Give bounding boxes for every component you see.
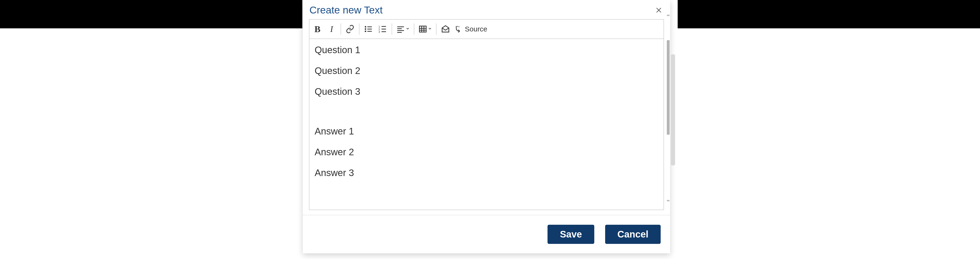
close-icon bbox=[655, 6, 663, 14]
align-dropdown[interactable] bbox=[395, 22, 412, 36]
source-button[interactable]: Source bbox=[453, 22, 490, 36]
editor-toolbar-wrap: B I bbox=[309, 19, 664, 39]
svg-rect-12 bbox=[397, 26, 404, 27]
editor-line: Answer 3 bbox=[315, 166, 658, 180]
svg-rect-14 bbox=[397, 30, 404, 31]
dialog-title: Create new Text bbox=[309, 4, 383, 16]
create-text-dialog: Create new Text B I bbox=[303, 0, 670, 253]
numbered-list-icon: 1 2 3 bbox=[378, 25, 387, 34]
link-button[interactable] bbox=[344, 22, 357, 36]
toolbar-separator bbox=[391, 23, 392, 35]
editor-line: Answer 1 bbox=[315, 124, 658, 138]
page-header-right bbox=[678, 0, 980, 28]
dialog-header: Create new Text bbox=[303, 0, 670, 19]
mail-button[interactable] bbox=[439, 22, 452, 36]
editor-line: Question 2 bbox=[315, 64, 658, 78]
svg-rect-3 bbox=[367, 29, 372, 29]
envelope-open-icon bbox=[441, 25, 450, 34]
svg-point-0 bbox=[365, 26, 366, 27]
editor-content[interactable]: Question 1 Question 2 Question 3 Answer … bbox=[309, 39, 664, 210]
editor-toolbar: B I bbox=[309, 19, 663, 39]
editor-line: Question 3 bbox=[315, 84, 658, 99]
svg-point-4 bbox=[365, 30, 366, 32]
italic-icon: I bbox=[330, 24, 333, 34]
toolbar-separator bbox=[414, 23, 414, 35]
toolbar-separator bbox=[340, 23, 341, 35]
editor-blank bbox=[315, 105, 658, 124]
numbered-list-button[interactable]: 1 2 3 bbox=[376, 22, 389, 36]
link-icon bbox=[345, 25, 355, 34]
save-button[interactable]: Save bbox=[547, 225, 594, 244]
svg-rect-1 bbox=[367, 26, 372, 27]
page-scrollbar-thumb[interactable] bbox=[671, 54, 675, 165]
svg-rect-13 bbox=[397, 28, 402, 29]
source-label: Source bbox=[465, 25, 487, 33]
svg-point-23 bbox=[458, 26, 460, 27]
bullet-list-button[interactable] bbox=[362, 22, 375, 36]
scroll-arrow-up-icon[interactable] bbox=[667, 14, 670, 16]
svg-text:3: 3 bbox=[379, 30, 380, 33]
close-button[interactable] bbox=[654, 5, 663, 15]
bullet-list-icon bbox=[364, 25, 373, 34]
source-icon bbox=[455, 25, 463, 33]
table-icon bbox=[418, 25, 427, 34]
svg-rect-5 bbox=[367, 31, 372, 32]
toolbar-separator bbox=[359, 23, 360, 35]
svg-rect-16 bbox=[420, 26, 426, 32]
italic-button[interactable]: I bbox=[325, 22, 338, 36]
svg-point-2 bbox=[365, 28, 366, 30]
align-left-icon bbox=[396, 25, 405, 34]
bold-button[interactable]: B bbox=[311, 22, 324, 36]
svg-rect-11 bbox=[382, 32, 386, 32]
svg-rect-15 bbox=[397, 32, 402, 33]
svg-point-21 bbox=[456, 26, 457, 27]
editor-line: Question 1 bbox=[315, 43, 658, 57]
chevron-down-icon bbox=[428, 26, 432, 32]
cancel-button[interactable]: Cancel bbox=[605, 225, 661, 244]
editor-line: Answer 2 bbox=[315, 145, 658, 159]
svg-point-22 bbox=[457, 26, 458, 27]
scrollbar-thumb[interactable] bbox=[667, 40, 670, 135]
bold-icon: B bbox=[314, 24, 320, 34]
chevron-down-icon bbox=[406, 26, 410, 32]
page-header-left bbox=[0, 0, 302, 28]
svg-rect-9 bbox=[382, 29, 386, 29]
svg-rect-7 bbox=[382, 26, 386, 27]
scroll-arrow-down-icon[interactable] bbox=[667, 200, 670, 201]
dialog-footer: Save Cancel bbox=[303, 215, 670, 253]
toolbar-separator bbox=[436, 23, 436, 35]
table-dropdown[interactable] bbox=[417, 22, 434, 36]
